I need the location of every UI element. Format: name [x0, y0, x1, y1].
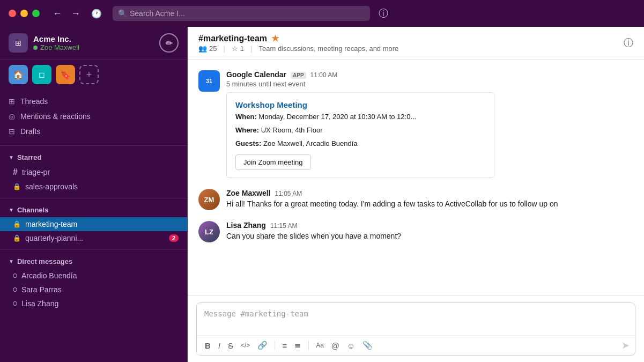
workspace-header: ⊞ Acme Inc. Zoe Maxwell ✏ [0, 27, 187, 60]
minimize-button[interactable] [20, 10, 28, 17]
mentions-label: Mentions & reactions [20, 112, 91, 121]
add-workspace-btn[interactable]: + [79, 65, 99, 84]
sidebar-channel-marketing-team[interactable]: 🔒 marketing-team [0, 217, 187, 231]
attach-button[interactable]: 📎 [360, 339, 375, 352]
when-value: Monday, December 17, 2020 at 10:30 AM to… [258, 113, 416, 121]
format-italic-button[interactable]: I [216, 339, 223, 352]
list-ordered-button[interactable]: ≡ [279, 339, 290, 352]
join-zoom-button[interactable]: Join Zoom meeting [235, 154, 311, 170]
close-button[interactable] [9, 10, 16, 17]
message-zoe: ZM Zoe Maxwell 11:05 AM Hi all! Thanks f… [198, 189, 633, 210]
compose-button[interactable]: ✏ [159, 33, 179, 53]
meeting-guests: Guests: Zoe Maxwell, Arcadio Buendía [235, 138, 485, 150]
starred-count: ☆ 1 [232, 45, 244, 53]
format-strikethrough-button[interactable]: S [225, 339, 236, 352]
message-text: Hi all! Thanks for a great meeting today… [226, 198, 633, 210]
text-size-button[interactable]: Aa [313, 340, 327, 351]
channel-name-title: #marketing-team [198, 34, 267, 43]
channel-title: #marketing-team ★ [198, 33, 398, 43]
channel-name: sales-approvals [25, 182, 78, 191]
threads-icon: ⊞ [9, 97, 15, 106]
sidebar-channel-sales-approvals[interactable]: 🔒 sales-approvals [0, 180, 187, 194]
app-badge: APP [291, 72, 306, 79]
sidebar-item-mentions[interactable]: ◎ Mentions & reactions [0, 109, 187, 124]
dm-avatar-icon [13, 287, 17, 292]
message-lisa: LZ Lisa Zhang 11:15 AM Can you share the… [198, 221, 633, 242]
user-name: Zoe Maxwell [40, 43, 79, 51]
dm-sara[interactable]: Sara Parras [0, 283, 187, 297]
format-code-button[interactable]: </> [238, 340, 253, 351]
format-link-button[interactable]: 🔗 [255, 339, 270, 352]
lisa-avatar-initials: LZ [205, 228, 213, 236]
member-count-value: 25 [209, 45, 217, 53]
sidebar-icon-row: 🏠 ◻ 🔖 + [0, 60, 187, 90]
zoe-avatar-initials: ZM [204, 196, 214, 204]
search-input[interactable] [113, 6, 370, 21]
sender-name: Zoe Maxwell [226, 189, 270, 197]
sidebar-divider-1 [0, 145, 187, 146]
lisa-avatar: LZ [198, 221, 220, 242]
unread-badge: 2 [169, 234, 179, 242]
activity-tab-btn[interactable]: ◻ [32, 65, 51, 84]
mention-button[interactable]: @ [329, 339, 342, 352]
maximize-button[interactable] [32, 10, 40, 17]
message-content-lisa: Lisa Zhang 11:15 AM Can you share the sl… [226, 221, 633, 242]
input-area: B I S </> 🔗 ≡ ≣ Aa @ ☺ 📎 ➤ [188, 295, 644, 362]
dm-section-header[interactable]: ▼ Direct messages [0, 254, 187, 269]
message-google-calendar: 31 Google Calendar APP 11:00 AM 5 minute… [198, 70, 633, 178]
send-button[interactable]: ➤ [621, 339, 630, 351]
channels-chevron-icon: ▼ [9, 207, 14, 213]
message-timestamp: 11:15 AM [270, 222, 298, 230]
sidebar-item-drafts[interactable]: ⊟ Drafts [0, 124, 187, 139]
channel-name: marketing-team [25, 220, 77, 228]
help-button[interactable]: ⓘ [379, 7, 388, 20]
input-toolbar: B I S </> 🔗 ≡ ≣ Aa @ ☺ 📎 ➤ [197, 335, 635, 355]
lock-icon: 🔒 [13, 183, 21, 190]
guests-value: Zoe Maxwell, Arcadio Buendía [263, 139, 358, 147]
hash-icon: # [13, 167, 18, 177]
sidebar-divider-2 [0, 198, 187, 198]
mentions-icon: ◎ [9, 112, 15, 121]
workspace-user: Zoe Maxwell [33, 43, 159, 51]
channels-section: ▼ Channels 🔒 marketing-team 🔒 quarterly-… [0, 201, 187, 247]
messages-area: 31 Google Calendar APP 11:00 AM 5 minute… [188, 60, 644, 295]
titlebar: ← → 🕐 🔍 ⓘ [0, 0, 644, 27]
message-input[interactable] [197, 303, 635, 333]
channels-section-header[interactable]: ▼ Channels [0, 203, 187, 217]
starred-section-header[interactable]: ▼ Starred [0, 150, 187, 165]
meeting-title[interactable]: Workshop Meeting [235, 100, 485, 109]
sidebar-item-threads[interactable]: ⊞ Threads [0, 94, 187, 109]
dm-section: ▼ Direct messages Arcadio Buendía Sara P… [0, 252, 187, 313]
sidebar-channel-triage-pr[interactable]: # triage-pr [0, 165, 187, 180]
history-button[interactable]: 🕐 [89, 6, 104, 21]
lock-icon: 🔒 [13, 234, 21, 242]
when-label: When: [235, 113, 257, 121]
drafts-icon: ⊟ [9, 127, 15, 136]
toolbar-divider [275, 341, 275, 350]
nav-buttons: ← → [50, 6, 83, 21]
message-text: Can you share the slides when you have a… [226, 231, 633, 242]
google-calendar-avatar: 31 [198, 70, 220, 92]
emoji-button[interactable]: ☺ [344, 339, 358, 352]
dm-arcadio[interactable]: Arcadio Buendía [0, 269, 187, 283]
saved-tab-btn[interactable]: 🔖 [56, 65, 75, 84]
member-count: 👥 25 [198, 45, 217, 53]
where-label: Where: [235, 126, 259, 134]
dm-lisa[interactable]: Lisa Zhang [0, 297, 187, 311]
format-bold-button[interactable]: B [202, 339, 213, 352]
star-small-icon: ☆ [232, 45, 238, 53]
list-bullet-button[interactable]: ≣ [292, 339, 304, 352]
forward-button[interactable]: → [69, 6, 83, 21]
starred-chevron-icon: ▼ [9, 154, 14, 160]
channel-star-icon[interactable]: ★ [271, 33, 279, 43]
lock-icon: 🔒 [13, 220, 21, 228]
home-icon-btn[interactable]: ⊞ [9, 33, 28, 53]
drafts-label: Drafts [20, 127, 40, 136]
home-tab-btn[interactable]: 🏠 [9, 65, 28, 84]
channel-info-button[interactable]: ⓘ [624, 36, 633, 49]
channel-name: triage-pr [22, 168, 50, 176]
sidebar: ⊞ Acme Inc. Zoe Maxwell ✏ 🏠 ◻ 🔖 [0, 27, 188, 362]
sidebar-channel-quarterly-planni[interactable]: 🔒 quarterly-planni... 2 [0, 231, 187, 245]
where-value: UX Room, 4th Floor [261, 126, 323, 134]
back-button[interactable]: ← [50, 6, 64, 21]
